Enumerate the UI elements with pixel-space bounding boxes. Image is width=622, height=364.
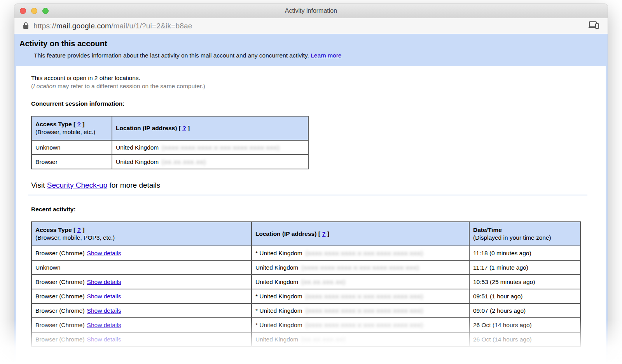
col-header-datetime: Date/Time (Displayed in your time zone) <box>469 222 580 246</box>
fullscreen-window-button[interactable] <box>42 8 49 14</box>
show-details-link[interactable]: Show details <box>87 293 121 300</box>
table-row: Browser United Kingdom(xx.xx.xxx.xx) <box>31 155 308 169</box>
datetime-cell: 09:07 (2 hours ago) <box>469 303 580 318</box>
location-cell: United Kingdom(xx.xx.xxx.xx) <box>112 155 308 169</box>
access-type-cell: Unknown <box>31 140 112 155</box>
datetime-cell: 26 Oct (14 hours ago) <box>469 318 580 332</box>
redacted-ip: (xxxx:xxxx:xxxx:x:xxx:xxxx:xxxx:xxx) <box>306 307 424 314</box>
datetime-cell: 10:53 (25 minutes ago) <box>469 275 580 289</box>
show-details-link[interactable]: Show details <box>87 307 121 314</box>
help-icon[interactable]: ? <box>322 230 325 237</box>
redacted-ip: (xxxx:xxxx:xxxx:x:xxx:xxxx:xxxx:xxx) <box>306 322 424 328</box>
show-details-link[interactable]: Show details <box>87 279 121 285</box>
col-header-access-type: Access Type [ ? ] (Browser, mobile, POP3… <box>31 222 252 246</box>
access-type-cell: Browser (Chrome)Show details <box>31 246 252 260</box>
help-icon[interactable]: ? <box>182 125 186 131</box>
location-cell: United Kingdom(xx.xx.xxx.xx) <box>252 332 469 347</box>
table-header-row: Access Type [ ? ] (Browser, mobile, POP3… <box>31 222 580 246</box>
page-content: This account is open in 2 other location… <box>16 66 606 347</box>
activity-page: Activity on this account This feature pr… <box>14 34 608 364</box>
description-text: This feature provides information about … <box>34 52 309 59</box>
table-row: Browser (Chrome)Show details * United Ki… <box>31 246 580 260</box>
recent-activity-table: Access Type [ ? ] (Browser, mobile, POP3… <box>31 221 581 347</box>
section-divider <box>28 195 587 195</box>
location-cell: * United Kingdom(xxxx:xxxx:xxxx:x:xxx:xx… <box>252 303 469 318</box>
location-cell: United Kingdom(xx.xx.xxx.xx) <box>252 275 469 289</box>
redacted-ip: (xxxx:xxxx:xxxx:x:xxx:xxxx:xxxx:xxx) <box>162 144 280 151</box>
learn-more-link[interactable]: Learn more <box>311 52 341 59</box>
table-row: Browser (Chrome)Show details * United Ki… <box>31 318 580 332</box>
access-type-cell: Unknown <box>31 260 252 275</box>
concurrent-asterisk: * <box>255 293 259 300</box>
location-note: (Location may refer to a different sessi… <box>31 83 594 90</box>
access-type-cell: Browser (Chrome)Show details <box>31 303 252 318</box>
redacted-ip: (xxxx:xxxx:xxxx:x:xxx:xxxx:xxxx:xxx) <box>306 250 424 256</box>
redacted-ip: (xx.xx.xxx.xx) <box>301 279 346 285</box>
col-header-location: Location (IP address) [ ? ] <box>112 116 308 140</box>
lock-icon <box>23 22 29 31</box>
table-row: Unknown United Kingdom(xxxx:xxxx:xxxx:x:… <box>31 140 308 155</box>
table-header-row: Access Type [ ? ] (Browser, mobile, etc.… <box>31 116 308 140</box>
access-type-cell: Browser (Chrome)Show details <box>31 332 252 347</box>
datetime-cell: 11:17 (1 minute ago) <box>469 260 580 275</box>
redacted-ip: (xxxx:xxxx:xxxx:x:xxx:xxxx:xxxx:xxx) <box>301 264 419 271</box>
location-cell: * United Kingdom(xxxx:xxxx:xxxx:x:xxx:xx… <box>252 318 469 332</box>
url-text: https://mail.google.com/mail/u/1/?ui=2&i… <box>33 22 192 30</box>
help-icon[interactable]: ? <box>77 226 80 233</box>
show-details-link[interactable]: Show details <box>87 250 121 256</box>
show-details-link[interactable]: Show details <box>87 336 121 343</box>
security-checkup-line: Visit Security Check-up for more details <box>31 181 594 190</box>
help-icon[interactable]: ? <box>77 121 80 127</box>
location-cell: United Kingdom(xxxx:xxxx:xxxx:x:xxx:xxxx… <box>112 140 308 155</box>
access-type-cell: Browser <box>31 155 112 169</box>
browser-popup-window: Activity information https://mail.google… <box>14 4 608 364</box>
access-type-cell: Browser (Chrome)Show details <box>31 289 252 303</box>
url-scheme: https:// <box>33 22 56 30</box>
url-host: mail.google.com <box>56 22 111 30</box>
location-cell: * United Kingdom(xxxx:xxxx:xxxx:x:xxx:xx… <box>252 289 469 303</box>
url-path: /mail/u/1/?ui=2&ik=b8ae <box>111 22 192 30</box>
url-bar[interactable]: https://mail.google.com/mail/u/1/?ui=2&i… <box>14 18 608 34</box>
window-title: Activity information <box>285 7 337 14</box>
concurrent-asterisk: * <box>255 307 259 314</box>
location-cell: United Kingdom(xxxx:xxxx:xxxx:x:xxx:xxxx… <box>252 260 469 275</box>
col-header-location: Location (IP address) [ ? ] <box>252 222 469 246</box>
show-details-link[interactable]: Show details <box>87 322 121 328</box>
concurrent-sessions-table: Access Type [ ? ] (Browser, mobile, etc.… <box>31 116 309 169</box>
access-type-cell: Browser (Chrome)Show details <box>31 275 252 289</box>
security-checkup-link[interactable]: Security Check-up <box>47 181 107 189</box>
redacted-ip: (xxxx:xxxx:xxxx:x:xxx:xxxx:xxxx:xxx) <box>306 293 424 300</box>
table-row: Browser (Chrome)Show details * United Ki… <box>31 303 580 318</box>
page-header-banner: Activity on this account This feature pr… <box>16 34 606 66</box>
table-row: Unknown United Kingdom(xxxx:xxxx:xxxx:x:… <box>31 260 580 275</box>
redacted-ip: (xx.xx.xxx.xx) <box>301 336 346 343</box>
window-controls <box>20 8 49 14</box>
concurrent-sessions-heading: Concurrent session information: <box>31 100 594 107</box>
table-row: Browser (Chrome)Show details United King… <box>31 332 580 347</box>
close-window-button[interactable] <box>20 8 26 14</box>
page-title: Activity on this account <box>19 39 598 48</box>
concurrent-asterisk: * <box>255 250 259 256</box>
datetime-cell: 26 Oct (14 hours ago) <box>469 332 580 347</box>
col-header-access-type: Access Type [ ? ] (Browser, mobile, etc.… <box>31 116 112 140</box>
recent-activity-heading: Recent activity: <box>31 206 594 213</box>
minimize-window-button[interactable] <box>31 8 37 14</box>
access-type-cell: Browser (Chrome)Show details <box>31 318 252 332</box>
datetime-cell: 09:51 (1 hour ago) <box>469 289 580 303</box>
table-row: Browser (Chrome)Show details United King… <box>31 275 580 289</box>
datetime-cell: 11:18 (0 minutes ago) <box>469 246 580 260</box>
location-cell: * United Kingdom(xxxx:xxxx:xxxx:x:xxx:xx… <box>252 246 469 260</box>
page-description: This feature provides information about … <box>34 52 598 59</box>
account-open-summary: This account is open in 2 other location… <box>31 75 594 82</box>
table-row: Browser (Chrome)Show details * United Ki… <box>31 289 580 303</box>
window-titlebar: Activity information <box>14 4 608 18</box>
laptop-and-phone-icon[interactable] <box>588 21 600 31</box>
redacted-ip: (xx.xx.xxx.xx) <box>162 158 206 165</box>
concurrent-asterisk: * <box>255 322 259 328</box>
